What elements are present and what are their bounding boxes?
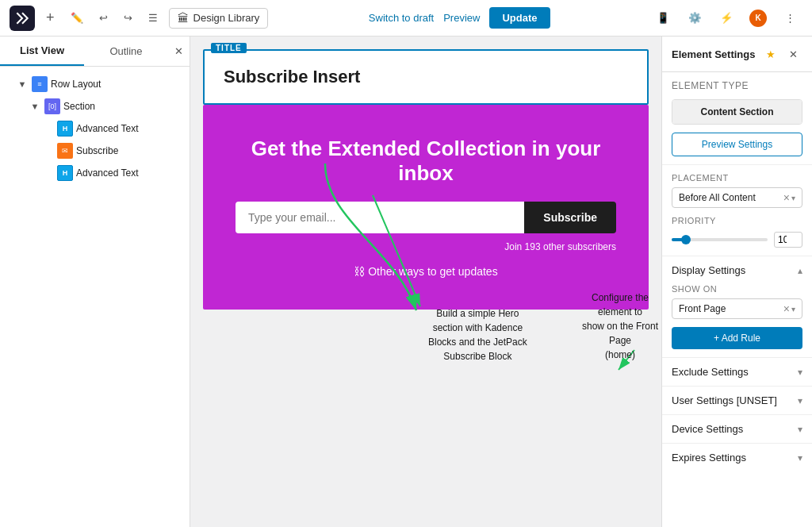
exclude-settings-section: Exclude Settings ▾ bbox=[662, 357, 812, 386]
element-type-value[interactable]: Content Section bbox=[672, 100, 802, 124]
undo-button[interactable]: ↩ bbox=[94, 9, 113, 27]
pencil-button[interactable]: ✏️ bbox=[66, 9, 88, 27]
placement-section: Placement Before All Content × ▾ bbox=[662, 165, 812, 216]
add-button[interactable]: + bbox=[41, 6, 59, 29]
priority-label: PRIORITY bbox=[672, 216, 802, 225]
element-type-block: Content Section bbox=[672, 99, 802, 125]
exclude-settings-header[interactable]: Exclude Settings ▾ bbox=[662, 358, 812, 386]
tree-item-row-layout[interactable]: ▼ ≡ Row Layout bbox=[0, 73, 190, 95]
device-settings-title: Device Settings bbox=[672, 423, 743, 435]
responsive-icon-button[interactable]: 📱 bbox=[650, 6, 676, 31]
subscribe-icon: ✉ bbox=[57, 143, 73, 159]
settings-icon-button[interactable]: ⚙️ bbox=[682, 6, 707, 31]
tree-item-advanced-text-1[interactable]: H Advanced Text bbox=[0, 117, 190, 140]
priority-slider-thumb bbox=[681, 235, 691, 244]
canvas: TITLE Subscribe Insert Get the Extended … bbox=[190, 37, 661, 527]
show-on-chevron-icon[interactable]: ▾ bbox=[791, 305, 795, 314]
subscribe-label: Subscribe bbox=[76, 145, 118, 156]
subscriber-count: Join 193 other subscribers bbox=[236, 241, 616, 252]
show-on-clear-icon[interactable]: × bbox=[783, 302, 790, 315]
pencil-icon: ✏️ bbox=[71, 12, 83, 24]
priority-slider-fill bbox=[672, 238, 686, 241]
sidebar-tree: ▼ ≡ Row Layout ▼ [0] Section H Advanced … bbox=[0, 67, 190, 527]
undo-icon: ↩ bbox=[99, 12, 108, 24]
switch-draft-button[interactable]: Switch to draft bbox=[369, 12, 434, 24]
show-on-value: Front Page bbox=[679, 303, 783, 314]
title-text: Subscribe Insert bbox=[205, 51, 647, 103]
menu-button[interactable]: ☰ bbox=[144, 9, 163, 27]
display-settings-section: Display Settings ▴ Show On Front Page × … bbox=[662, 256, 812, 357]
row-layout-icon: ≡ bbox=[32, 76, 48, 92]
redo-button[interactable]: ↪ bbox=[119, 9, 137, 27]
email-input[interactable] bbox=[236, 202, 524, 233]
placement-select-actions: × ▾ bbox=[783, 191, 795, 204]
plus-icon: + bbox=[46, 10, 55, 26]
element-type-label: Element Type bbox=[662, 72, 812, 99]
topbar-center: Switch to draft Preview Update bbox=[369, 7, 550, 29]
display-settings-header[interactable]: Display Settings ▴ bbox=[662, 256, 812, 284]
tab-list-view[interactable]: List View bbox=[0, 37, 84, 66]
tab-outline[interactable]: Outline bbox=[84, 37, 168, 66]
settings-icon: ⚙️ bbox=[688, 12, 702, 24]
element-type-section: Element Type Content Section Preview Set… bbox=[662, 72, 812, 165]
topbar-left: + ✏️ ↩ ↪ ☰ 🏛 Design Library bbox=[10, 6, 268, 31]
main-layout: List View Outline ✕ ▼ ≡ Row Layout ▼ [0]… bbox=[0, 37, 812, 527]
update-button[interactable]: Update bbox=[489, 7, 550, 29]
sidebar-close-button[interactable]: ✕ bbox=[168, 37, 190, 66]
tree-item-subscribe[interactable]: ✉ Subscribe bbox=[0, 140, 190, 162]
panel-close-button[interactable]: ✕ bbox=[783, 44, 802, 63]
section-icon: [0] bbox=[44, 98, 60, 114]
placement-select[interactable]: Before All Content × ▾ bbox=[672, 187, 802, 208]
show-on-select-actions: × ▾ bbox=[783, 302, 795, 315]
add-rule-button[interactable]: + Add Rule bbox=[672, 327, 802, 349]
other-ways-link[interactable]: ⛓ Other ways to get updates bbox=[222, 265, 630, 278]
design-library-button[interactable]: 🏛 Design Library bbox=[169, 8, 269, 29]
panel-title: Element Settings bbox=[672, 48, 755, 60]
section-label: Section bbox=[63, 101, 95, 112]
star-button[interactable]: ★ bbox=[761, 44, 780, 63]
tree-item-section[interactable]: ▼ [0] Section bbox=[0, 95, 190, 117]
priority-input[interactable] bbox=[774, 232, 802, 248]
preview-settings-button[interactable]: Preview Settings bbox=[672, 133, 802, 156]
row-layout-label: Row Layout bbox=[51, 79, 101, 90]
display-settings-title: Display Settings bbox=[672, 264, 745, 276]
caret-icon: ▼ bbox=[29, 102, 41, 111]
expires-settings-chevron: ▾ bbox=[798, 452, 802, 464]
caret-icon: ▼ bbox=[16, 79, 29, 89]
title-block[interactable]: TITLE Subscribe Insert bbox=[203, 49, 649, 105]
subscribe-button[interactable]: Subscribe bbox=[524, 202, 616, 233]
expires-settings-header[interactable]: Expires Settings ▾ bbox=[662, 444, 812, 471]
preview-button[interactable]: Preview bbox=[443, 12, 480, 24]
subscribe-form: Subscribe bbox=[236, 202, 616, 233]
show-on-label: Show On bbox=[672, 284, 802, 294]
panel-header: Element Settings ★ ✕ bbox=[662, 37, 812, 72]
user-settings-header[interactable]: User Settings [UNSET] ▾ bbox=[662, 387, 812, 414]
placement-chevron-icon[interactable]: ▾ bbox=[791, 194, 795, 202]
exclude-settings-chevron: ▾ bbox=[798, 367, 802, 378]
close-icon: ✕ bbox=[174, 45, 183, 57]
user-settings-section: User Settings [UNSET] ▾ bbox=[662, 386, 812, 414]
placement-clear-icon[interactable]: × bbox=[783, 191, 790, 204]
exclude-settings-title: Exclude Settings bbox=[672, 366, 749, 378]
more-options-button[interactable]: ⋮ bbox=[777, 6, 802, 31]
right-panel: Element Settings ★ ✕ Element Type Conten… bbox=[661, 37, 812, 527]
show-on-select[interactable]: Front Page × ▾ bbox=[672, 298, 802, 319]
subscribe-heading: Get the Extended Collection in your inbo… bbox=[222, 137, 630, 186]
logo bbox=[10, 6, 35, 31]
advanced-text-label-1: Advanced Text bbox=[76, 123, 139, 134]
device-settings-chevron: ▾ bbox=[798, 424, 802, 435]
tree-item-advanced-text-2[interactable]: H Advanced Text bbox=[0, 162, 190, 184]
priority-slider[interactable] bbox=[672, 238, 768, 241]
device-settings-section: Device Settings ▾ bbox=[662, 414, 812, 443]
expires-settings-section: Expires Settings ▾ bbox=[662, 443, 812, 471]
canvas-inner: TITLE Subscribe Insert Get the Extended … bbox=[190, 37, 661, 322]
placement-value: Before All Content bbox=[679, 192, 783, 203]
title-badge: TITLE bbox=[211, 43, 247, 53]
device-settings-header[interactable]: Device Settings ▾ bbox=[662, 415, 812, 443]
display-settings-chevron: ▴ bbox=[798, 265, 802, 276]
bolt-icon-button[interactable]: ⚡ bbox=[714, 6, 739, 31]
expires-settings-title: Expires Settings bbox=[672, 452, 746, 464]
design-library-icon: 🏛 bbox=[178, 12, 189, 25]
kadence-icon-button[interactable]: K bbox=[745, 6, 771, 31]
sidebar-tabs: List View Outline ✕ bbox=[0, 37, 190, 67]
